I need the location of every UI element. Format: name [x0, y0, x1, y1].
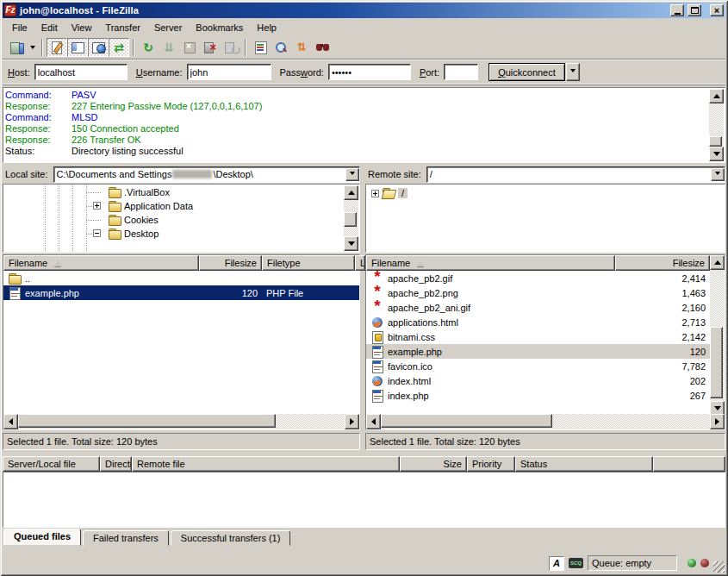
resize-grip[interactable] — [713, 561, 725, 573]
file-row[interactable]: .. — [3, 271, 359, 285]
synchronized-browsing-button[interactable]: ⇅ — [291, 38, 312, 57]
menu-item-server[interactable]: Server — [147, 21, 189, 34]
close-button[interactable]: × — [710, 4, 724, 16]
scroll-down-button[interactable] — [344, 236, 358, 251]
file-name: bitnami.css — [388, 332, 435, 342]
column-header-filename[interactable]: Filename — [366, 255, 615, 271]
collapse-minus-icon[interactable] — [93, 229, 101, 237]
column-header-filetype[interactable]: Filetype — [262, 255, 355, 271]
maximize-button[interactable] — [688, 4, 701, 16]
scroll-up-button[interactable] — [344, 185, 358, 200]
scroll-track[interactable] — [710, 270, 725, 401]
scroll-left-button[interactable] — [366, 414, 381, 429]
username-field[interactable] — [187, 64, 271, 80]
scroll-left-button[interactable] — [3, 414, 18, 429]
quickconnect-dropdown[interactable] — [566, 63, 580, 81]
scroll-down-button[interactable] — [709, 147, 724, 161]
column-header-filesize[interactable]: Filesize — [615, 255, 710, 271]
scroll-thumb[interactable] — [344, 212, 357, 227]
scroll-thumb[interactable] — [710, 327, 723, 398]
find-files-button[interactable] — [312, 38, 333, 57]
scroll-track[interactable] — [18, 414, 345, 429]
remote-directory-tree[interactable]: / — [365, 184, 725, 253]
file-row[interactable]: example.php120PHP File1 — [3, 285, 359, 300]
tree-item-root[interactable]: / — [371, 186, 408, 200]
column-header-filename[interactable]: Filename — [3, 255, 199, 271]
column-header-filesize[interactable]: Filesize — [199, 255, 262, 271]
remote-vscrollbar[interactable] — [710, 255, 725, 416]
site-manager-button[interactable] — [6, 38, 27, 57]
queue-list[interactable] — [3, 472, 725, 528]
expand-plus-icon[interactable] — [93, 202, 101, 210]
file-row[interactable]: applications.html2,713 — [366, 315, 710, 329]
file-row[interactable]: favicon.ico7,782 — [366, 359, 710, 373]
cancel-operation-button[interactable] — [179, 38, 200, 57]
local-directory-tree[interactable]: .VirtualBoxApplication DataCookiesDeskto… — [3, 184, 360, 253]
tab-failed-transfers[interactable]: Failed transfers — [83, 530, 169, 546]
quickconnect-button[interactable]: Quickconnect — [488, 63, 565, 81]
menu-item-help[interactable]: Help — [250, 21, 283, 34]
tree-item-cookies[interactable]: Cookies — [3, 213, 344, 227]
scroll-thumb[interactable] — [709, 136, 722, 147]
file-row[interactable]: example.php120 — [366, 344, 710, 359]
scroll-right-button[interactable] — [345, 414, 359, 429]
file-row[interactable]: index.html202 — [366, 373, 710, 388]
log-scrollbar[interactable] — [709, 89, 724, 161]
menu-item-view[interactable]: View — [65, 21, 99, 34]
queue-column-priority[interactable]: Priority — [467, 456, 515, 472]
site-manager-dropdown[interactable] — [27, 38, 38, 57]
scroll-right-button[interactable] — [710, 414, 725, 429]
file-row[interactable]: *apache_pb2_ani.gif2,160 — [366, 300, 710, 315]
scroll-up-button[interactable] — [709, 89, 724, 103]
reconnect-button[interactable] — [221, 38, 241, 57]
process-queue-button[interactable]: ⇊ — [159, 38, 179, 57]
toggle-queue-button[interactable]: ⇄ — [109, 38, 129, 57]
scroll-thumb[interactable] — [381, 414, 552, 428]
tree-item--virtualbox[interactable]: .VirtualBox — [3, 185, 344, 199]
tab-successful-transfers-1-[interactable]: Successful transfers (1) — [171, 530, 291, 546]
menu-item-edit[interactable]: Edit — [34, 21, 65, 34]
directory-filters-button[interactable] — [250, 38, 271, 57]
refresh-button[interactable]: ↻ — [138, 38, 159, 57]
file-row[interactable]: bitnami.css2,142 — [366, 329, 710, 344]
toggle-message-log-button[interactable] — [47, 38, 67, 57]
local-site-dropdown[interactable] — [345, 168, 359, 181]
minimize-button[interactable] — [670, 4, 684, 16]
disconnect-button[interactable] — [200, 38, 221, 57]
toggle-local-tree-button[interactable] — [67, 38, 88, 57]
toggle-remote-tree-button[interactable] — [88, 38, 109, 57]
column-header-l[interactable]: L — [355, 255, 365, 271]
local-tree-scrollbar[interactable] — [344, 185, 358, 251]
remote-site-combobox[interactable]: / — [426, 166, 725, 183]
password-field[interactable] — [328, 64, 411, 80]
expand-plus-icon[interactable] — [371, 190, 379, 197]
tree-item-application-data[interactable]: Application Data — [3, 199, 344, 213]
scroll-track[interactable] — [381, 414, 710, 429]
menu-item-transfer[interactable]: Transfer — [98, 21, 147, 34]
html-file-icon — [370, 316, 384, 329]
scroll-up-button[interactable] — [710, 255, 725, 270]
scroll-track[interactable] — [344, 200, 358, 236]
queue-column-spacer[interactable] — [653, 456, 725, 472]
tree-item-desktop[interactable]: Desktop — [3, 227, 344, 241]
queue-column-size[interactable]: Size — [400, 456, 467, 472]
scroll-thumb[interactable] — [18, 414, 276, 428]
menu-item-file[interactable]: File — [5, 21, 34, 34]
local-hscrollbar[interactable] — [3, 414, 359, 429]
menu-item-bookmarks[interactable]: Bookmarks — [189, 21, 250, 34]
file-row[interactable]: index.php267 — [366, 388, 710, 403]
remote-site-dropdown[interactable] — [711, 168, 725, 181]
file-row[interactable]: *apache_pb2.gif2,414 — [366, 271, 710, 285]
compare-directories-button[interactable] — [271, 38, 291, 57]
host-field[interactable] — [34, 64, 128, 80]
scroll-track[interactable] — [709, 103, 724, 147]
queue-column-status[interactable]: Status — [515, 456, 653, 472]
remote-hscrollbar[interactable] — [366, 414, 725, 429]
port-field[interactable] — [444, 64, 478, 80]
queue-column-remote-file[interactable]: Remote file — [132, 456, 400, 472]
queue-column-server-local-file[interactable]: Server/Local file — [3, 456, 100, 472]
queue-column-directi-[interactable]: Directi... — [100, 456, 132, 472]
local-site-combobox[interactable]: C:\Documents and Settings\Desktop\ — [53, 166, 360, 183]
tab-queued-files[interactable]: Queued files — [3, 529, 81, 546]
file-row[interactable]: *apache_pb2.png1,463 — [366, 285, 710, 300]
